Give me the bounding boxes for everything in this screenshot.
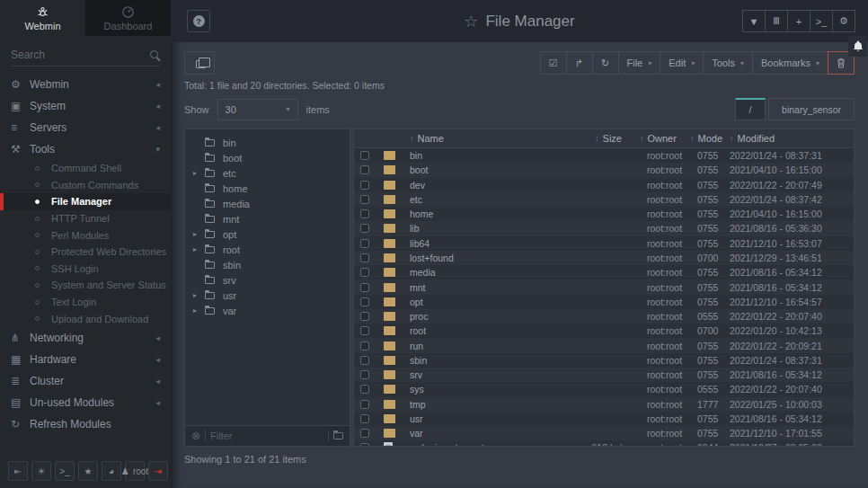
table-row[interactable]: lib root:root 0755 2021/08/16 - 05:36:30 [354, 221, 854, 235]
sidebar-item[interactable]: ≡ Servers ◂ [0, 117, 171, 138]
sidebar-item[interactable]: Perl Modules [0, 226, 171, 244]
column-modified[interactable]: Modified [738, 133, 775, 144]
file-name[interactable]: bin [403, 150, 546, 161]
row-checkbox[interactable] [360, 342, 369, 350]
column-name[interactable]: Name [418, 133, 444, 144]
table-row[interactable]: mnt root:root 0755 2021/08/16 - 05:34:12 [354, 279, 854, 294]
row-checkbox[interactable] [360, 312, 369, 321]
tree-item[interactable]: ▸ sbin [185, 257, 350, 272]
table-row[interactable]: boot root:root 0755 2021/04/10 - 16:15:0… [354, 163, 854, 177]
export-button[interactable]: ↱ [566, 51, 593, 75]
table-row[interactable]: srv root:root 0755 2021/08/16 - 05:34:12 [354, 368, 854, 382]
file-name[interactable]: webmin-setup.out [403, 442, 546, 446]
toolbar-menu-button[interactable]: File [618, 51, 661, 75]
sidebar-item[interactable]: Custom Commands [0, 177, 171, 194]
refresh-button[interactable]: ↻ [592, 51, 619, 75]
expand-caret-icon[interactable]: ▸ [193, 169, 205, 177]
paste-buffer-button[interactable] [184, 51, 215, 75]
tree-item[interactable]: ▸ opt [185, 226, 350, 242]
row-checkbox[interactable] [360, 443, 369, 446]
breadcrumb-root[interactable]: / [735, 98, 766, 120]
row-checkbox[interactable] [360, 429, 369, 438]
sidebar-item[interactable]: Protected Web Directories [0, 244, 171, 261]
favorites-button[interactable]: ★ [78, 461, 98, 481]
select-all-button[interactable]: ☑ [540, 51, 567, 75]
sidebar-item[interactable]: ⚙ Webmin ◂ [0, 74, 171, 95]
sidebar-item[interactable]: HTTP Tunnel [0, 210, 171, 227]
table-row[interactable]: var root:root 0755 2021/12/10 - 17:01:55 [354, 426, 854, 440]
expand-caret-icon[interactable]: ▸ [193, 230, 205, 238]
sidebar-item[interactable]: SSH Login [0, 261, 171, 278]
sidebar-item[interactable]: ≣ Cluster ◂ [0, 370, 171, 392]
column-owner[interactable]: Owner [648, 133, 677, 144]
tree-item[interactable]: ▸ media [185, 196, 350, 211]
row-checkbox[interactable] [360, 268, 369, 277]
settings-button[interactable]: ⚙ [832, 10, 855, 32]
table-row[interactable]: webmin-setup.out 918 bytes root:root 064… [354, 440, 854, 446]
file-name[interactable]: lib64 [403, 238, 546, 249]
row-checkbox[interactable] [360, 224, 369, 233]
sidebar-item[interactable]: Upload and Download [0, 310, 171, 327]
tree-item[interactable]: ▸ srv [185, 272, 350, 288]
table-row[interactable]: dev root:root 0755 2022/01/22 - 20:07:49 [354, 178, 854, 192]
row-checkbox[interactable] [360, 283, 369, 292]
file-name[interactable]: opt [403, 297, 546, 307]
notifications-button[interactable] [848, 36, 867, 57]
file-name[interactable]: boot [403, 164, 546, 175]
terminal-button[interactable]: >_ [810, 10, 833, 32]
file-name[interactable]: home [403, 209, 546, 219]
toolbar-menu-button[interactable]: Bookmarks [752, 51, 828, 75]
tree-item[interactable]: ▸ boot [185, 150, 350, 165]
sidebar-item[interactable]: ↻ Refresh Modules [0, 413, 171, 435]
help-button[interactable]: ? [187, 10, 210, 32]
file-name[interactable]: lib [403, 223, 546, 234]
sort-icon[interactable]: ↕ [640, 134, 644, 143]
collapse-sidebar-button[interactable]: ⇤ [8, 461, 28, 481]
file-name[interactable]: proc [403, 311, 546, 322]
tree-item[interactable]: ▸ etc [185, 165, 350, 181]
filter-button[interactable]: ▼ [742, 10, 766, 32]
sidebar-item[interactable]: ⚒ Tools ▾ [0, 138, 171, 160]
tree-item[interactable]: ▸ var [185, 303, 350, 318]
tree-item[interactable]: ▸ home [185, 181, 350, 196]
tree-item[interactable]: ▸ mnt [185, 211, 350, 226]
sidebar-item[interactable]: ▦ Hardware ◂ [0, 349, 171, 370]
sidebar-item[interactable]: Command Shell [0, 160, 171, 177]
row-checkbox[interactable] [360, 400, 369, 409]
add-button[interactable]: + [787, 10, 810, 32]
favorite-star-icon[interactable]: ☆ [464, 12, 478, 31]
file-name[interactable]: media [403, 267, 546, 278]
sidebar-item[interactable]: File Manager [0, 193, 171, 210]
row-checkbox[interactable] [360, 151, 369, 160]
file-name[interactable]: lost+found [403, 253, 546, 263]
tab-dashboard[interactable]: Dashboard [85, 0, 171, 36]
file-name[interactable]: root [403, 325, 546, 336]
row-checkbox[interactable] [360, 253, 369, 262]
file-name[interactable]: run [403, 341, 546, 351]
table-row[interactable]: sbin root:root 0755 2022/01/24 - 08:37:3… [354, 353, 854, 368]
columns-button[interactable]: Ⅲ [765, 10, 788, 32]
column-size[interactable]: Size [603, 133, 622, 144]
table-row[interactable]: home root:root 0755 2021/04/10 - 16:15:0… [354, 207, 854, 221]
file-name[interactable]: mnt [403, 282, 546, 293]
table-row[interactable]: proc root:root 0555 2022/01/22 - 20:07:4… [354, 309, 854, 324]
row-checkbox[interactable] [360, 297, 369, 306]
table-row[interactable]: lost+found root:root 0700 2021/12/29 - 1… [354, 251, 854, 265]
sort-icon[interactable]: ↕ [730, 134, 734, 143]
table-row[interactable]: sys root:root 0555 2022/01/22 - 20:07:40 [354, 382, 854, 396]
file-name[interactable]: tmp [403, 399, 546, 410]
file-name[interactable]: var [403, 428, 546, 439]
expand-caret-icon[interactable]: ▸ [193, 291, 205, 299]
breadcrumb-current[interactable]: binary_sensor [768, 98, 855, 120]
sidebar-item[interactable]: ⋔ Networking ◂ [0, 327, 171, 349]
row-checkbox[interactable] [360, 165, 369, 174]
sidebar-item[interactable]: System and Server Status [0, 277, 171, 294]
row-checkbox[interactable] [360, 370, 369, 379]
file-name[interactable]: srv [403, 369, 546, 380]
expand-caret-icon[interactable]: ▸ [193, 306, 205, 315]
sort-icon[interactable]: ↕ [595, 134, 599, 143]
table-row[interactable]: bin root:root 0755 2022/01/24 - 08:37:31 [354, 148, 854, 163]
tree-item[interactable]: ▸ usr [185, 288, 350, 303]
sidebar-item[interactable]: Text Login [0, 294, 171, 311]
folder-view-icon[interactable] [333, 432, 343, 439]
